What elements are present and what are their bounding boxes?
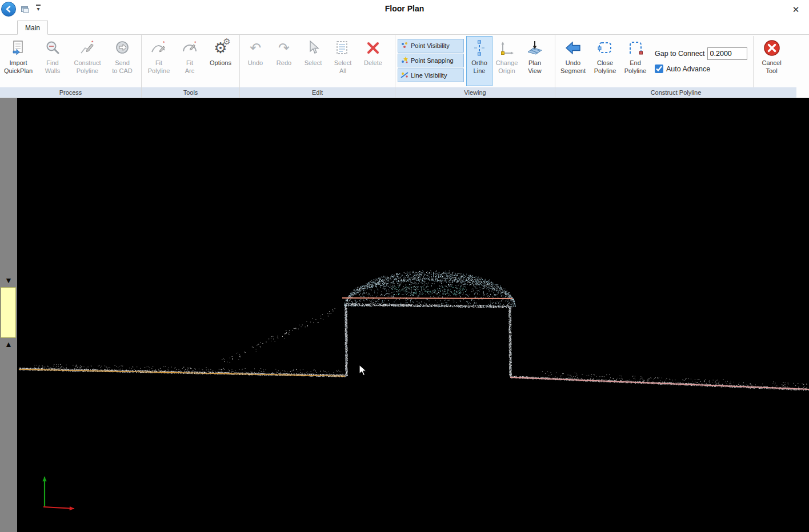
group-edit: ↶ Undo ↷ Redo Select Selec	[240, 35, 395, 98]
point-snapping-toggle[interactable]: Point Snapping	[398, 54, 464, 67]
close-icon: ✕	[792, 5, 800, 15]
close-polyline-button[interactable]: Close Polyline	[590, 36, 620, 86]
strip-down-arrow[interactable]: ▼	[0, 276, 17, 284]
viewport: ▼ ▲	[0, 98, 809, 532]
cancel-tool-button[interactable]: Cancel Tool	[756, 36, 788, 86]
strip-up-arrow[interactable]: ▲	[0, 340, 17, 348]
undo-button[interactable]: ↶ Undo	[241, 36, 270, 86]
close-polyline-icon	[596, 38, 614, 58]
group-process: Import QuickPlan Find Walls * Construct …	[0, 35, 142, 98]
change-origin-button[interactable]: Change Origin	[492, 36, 521, 86]
group-label-viewing: Viewing	[395, 87, 555, 98]
select-pointer-icon	[306, 38, 321, 58]
redo-button[interactable]: ↷ Redo	[270, 36, 298, 86]
find-walls-button[interactable]: Find Walls	[35, 36, 70, 86]
point-cloud-canvas[interactable]	[17, 98, 809, 532]
close-button[interactable]: ✕	[788, 3, 803, 16]
svg-text:*: *	[163, 40, 165, 46]
fit-polyline-button[interactable]: * Fit Polyline	[143, 36, 175, 86]
title-bar: ▾ Floor Plan ✕	[0, 0, 809, 19]
send-to-cad-button[interactable]: Send to CAD	[105, 36, 139, 86]
svg-text:*: *	[194, 40, 197, 46]
redo-icon: ↷	[278, 41, 290, 55]
point-visibility-toggle[interactable]: Point Visibility	[398, 39, 464, 53]
undo-icon: ↶	[250, 41, 261, 55]
elevation-strip[interactable]: ▼ ▲	[0, 98, 17, 532]
gap-to-connect-label: Gap to Connect	[655, 50, 705, 58]
elevation-range-marker[interactable]	[1, 287, 16, 338]
options-button[interactable]: ⚙ ⚙ Options	[205, 36, 237, 86]
cancel-tool-icon	[763, 38, 781, 58]
end-polyline-button[interactable]: End Polyline	[620, 36, 650, 86]
plan-view-icon	[526, 38, 543, 58]
cancel-tool-wrap: Cancel Tool	[753, 36, 788, 87]
select-button[interactable]: Select	[298, 36, 328, 86]
select-all-button[interactable]: Select All	[328, 36, 358, 86]
line-visibility-toggle[interactable]: Line Visibility	[398, 68, 464, 82]
fit-arc-button[interactable]: * Fit Arc	[175, 36, 205, 86]
group-viewing: Point Visibility Point Snapping Line Vis…	[395, 35, 555, 98]
fit-polyline-icon: *	[150, 38, 167, 58]
delete-button[interactable]: Delete	[358, 36, 389, 86]
ribbon-spacer	[796, 35, 809, 98]
gap-to-connect-input[interactable]	[707, 47, 747, 60]
app-window: ▾ Floor Plan ✕ Main Import QuickPlan	[0, 0, 809, 532]
group-label-process: Process	[0, 87, 141, 98]
construct-polyline-panel: Gap to Connect Auto Advance	[655, 47, 747, 73]
delete-x-icon	[365, 38, 381, 58]
group-label-edit: Edit	[240, 87, 395, 98]
ortho-line-icon	[472, 38, 487, 58]
send-to-cad-icon	[114, 38, 131, 58]
point-visibility-icon	[401, 41, 408, 50]
viewing-toggles: Point Visibility Point Snapping Line Vis…	[398, 39, 464, 83]
group-label-tools: Tools	[142, 87, 239, 98]
select-all-icon	[334, 38, 351, 58]
undo-segment-icon	[564, 38, 582, 58]
plan-view-button[interactable]: Plan View	[521, 36, 548, 86]
change-origin-icon	[499, 38, 515, 58]
fit-arc-icon: *	[181, 38, 198, 58]
options-gears-icon: ⚙ ⚙	[214, 38, 227, 58]
import-quickplan-button[interactable]: Import QuickPlan	[1, 36, 35, 86]
tab-main[interactable]: Main	[17, 21, 48, 35]
window-title: Floor Plan	[0, 4, 809, 13]
group-tools: * Fit Polyline * Fit Arc ⚙ ⚙ Options	[142, 35, 240, 98]
group-construct-polyline: Undo Segment Close Polyline End Polyline	[555, 35, 796, 98]
auto-advance-checkbox[interactable]	[655, 65, 663, 73]
ribbon-tab-row: Main	[0, 19, 809, 35]
construct-polyline-icon: *	[79, 38, 96, 58]
find-walls-icon	[44, 38, 61, 58]
undo-segment-button[interactable]: Undo Segment	[556, 36, 590, 86]
group-label-construct-polyline: Construct Polyline	[555, 87, 796, 98]
ortho-line-button[interactable]: Ortho Line	[466, 36, 492, 86]
ribbon: Import QuickPlan Find Walls * Construct …	[0, 35, 809, 98]
import-quickplan-icon	[10, 38, 27, 58]
point-snapping-icon	[401, 56, 408, 65]
line-visibility-icon	[401, 71, 408, 80]
svg-text:*: *	[91, 39, 94, 45]
end-polyline-icon	[627, 38, 644, 58]
construct-polyline-button[interactable]: * Construct Polyline	[70, 36, 105, 86]
auto-advance-label: Auto Advance	[666, 65, 710, 73]
